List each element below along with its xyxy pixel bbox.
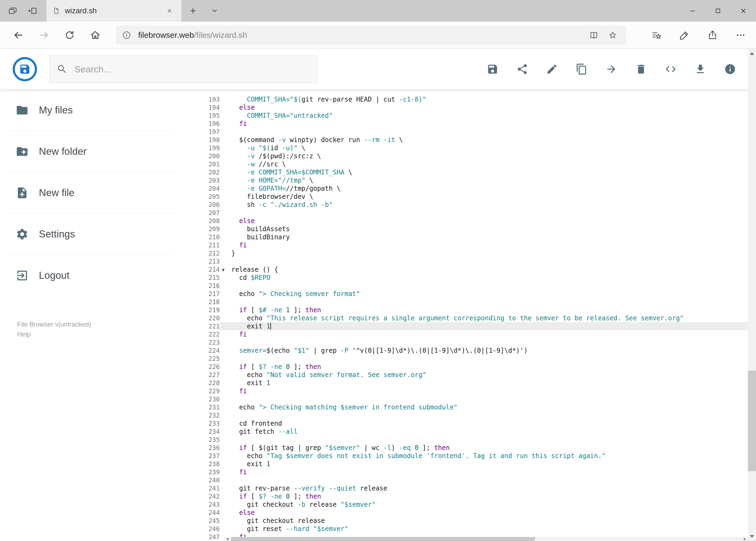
horizontal-scroll-thumb[interactable] xyxy=(231,537,535,541)
scroll-right-arrow[interactable] xyxy=(741,537,748,541)
share-page-button[interactable] xyxy=(698,24,727,46)
forward-button[interactable] xyxy=(31,24,57,46)
code-line[interactable]: 225 xyxy=(173,355,756,363)
code-line[interactable]: 203 -e HOME="//tmp" \ xyxy=(173,176,756,185)
code-line[interactable]: 230 xyxy=(173,395,756,403)
code-line[interactable]: 204 -e GOPATH=//tmp/gopath \ xyxy=(173,185,756,193)
copy-button[interactable] xyxy=(576,63,588,75)
editor-horizontal-scrollbar[interactable] xyxy=(224,537,748,541)
code-line[interactable]: 202 -e COMMIT_SHA=$COMMIT_SHA \ xyxy=(173,168,756,176)
home-button[interactable] xyxy=(82,24,108,46)
filebrowser-logo[interactable] xyxy=(12,57,37,82)
page-info-icon[interactable] xyxy=(122,31,131,40)
save-button[interactable] xyxy=(487,63,499,75)
hub-button[interactable] xyxy=(642,24,670,46)
browser-tab[interactable]: wizard.sh xyxy=(46,0,181,22)
code-line[interactable]: 221 exit 1 xyxy=(173,322,756,330)
code-line[interactable]: 195 COMMIT_SHA="untracked" xyxy=(173,112,756,120)
tab-preview-toggle[interactable] xyxy=(205,0,225,22)
maximize-button[interactable] xyxy=(705,0,731,22)
code-line[interactable]: 242 if [ $? -ne 0 ]; then xyxy=(173,492,756,500)
minimize-button[interactable] xyxy=(680,0,705,22)
code-line[interactable]: 222 fi xyxy=(173,330,756,338)
scroll-down-arrow[interactable] xyxy=(748,532,756,541)
back-button[interactable] xyxy=(5,24,31,46)
code-line[interactable]: 194 else xyxy=(173,104,756,112)
sidebar-item-new-file[interactable]: New file xyxy=(0,172,173,214)
code-line[interactable]: 198 $(command -v winpty) docker run --rm… xyxy=(173,136,756,144)
code-line[interactable]: 241 git rev-parse --verify --quiet relea… xyxy=(173,484,756,492)
code-line[interactable]: 245 git checkout release xyxy=(173,517,756,525)
code-line[interactable]: 219 if [ $# -ne 1 ]; then xyxy=(173,306,756,314)
code-line[interactable]: 237 echo "Tag $semver does not exist in … xyxy=(173,452,756,460)
code-line[interactable]: 209 buildAssets xyxy=(173,225,756,233)
code-line[interactable]: 201 -w //src \ xyxy=(173,160,756,168)
close-button[interactable] xyxy=(731,0,756,22)
code-line[interactable]: 217 echo "> Checking semver format" xyxy=(173,290,756,298)
annotate-button[interactable] xyxy=(670,24,698,46)
code-view-button[interactable] xyxy=(665,63,677,75)
code-line[interactable]: 214▾release () { xyxy=(173,266,756,273)
code-line[interactable]: 238 exit 1 xyxy=(173,460,756,468)
code-line[interactable]: 236 if [ $(git tag | grep "$semver" | wc… xyxy=(173,444,756,452)
code-line[interactable]: 216 xyxy=(173,282,756,290)
search-input[interactable] xyxy=(75,64,310,75)
fold-arrow-icon[interactable]: ▾ xyxy=(222,266,225,274)
code-line[interactable]: 235 xyxy=(173,436,756,444)
code-line[interactable]: 193 COMMIT_SHA="$(git rev-parse HEAD | c… xyxy=(173,95,756,104)
code-line[interactable]: 243 git checkout -b release "$semver" xyxy=(173,500,756,509)
code-line[interactable]: 231 echo "> Checking matching $semver in… xyxy=(173,403,756,411)
search-box[interactable] xyxy=(49,55,318,83)
code-line[interactable]: 229 fi xyxy=(173,387,756,395)
code-line[interactable]: 196 fi xyxy=(173,120,756,128)
download-button[interactable] xyxy=(694,63,706,75)
share-button[interactable] xyxy=(516,63,528,75)
move-button[interactable] xyxy=(606,63,617,75)
code-line[interactable]: 200 -v /$(pwd):/src:z \ xyxy=(173,152,756,160)
code-line[interactable]: 234 git fetch --all xyxy=(173,427,756,436)
code-line[interactable]: 218 xyxy=(173,298,756,306)
code-line[interactable]: 213 xyxy=(173,258,756,266)
code-editor[interactable]: 193 COMMIT_SHA="$(git rev-parse HEAD | c… xyxy=(173,89,756,541)
sidebar-item-logout[interactable]: Logout xyxy=(0,255,173,296)
address-bar[interactable]: filebrowser.web/files/wizard.sh xyxy=(116,26,626,45)
sidebar-item-settings[interactable]: Settings xyxy=(0,214,173,255)
code-line[interactable]: 246 git reset --hard "$semver" xyxy=(173,525,756,533)
code-line[interactable]: 210 buildBinary xyxy=(173,233,756,241)
code-line[interactable]: 211 fi xyxy=(173,241,756,249)
code-line[interactable]: 208 else xyxy=(173,217,756,225)
code-line[interactable]: 205 filebrowser/dev \ xyxy=(173,193,756,201)
info-button[interactable] xyxy=(724,63,736,75)
code-line[interactable]: 224 semver=$(echo "$1" | grep -P '^v(0|[… xyxy=(173,346,756,355)
sidebar-item-my-files[interactable]: My files xyxy=(0,89,173,131)
code-line[interactable]: 207 xyxy=(173,209,756,217)
code-line[interactable]: 223 xyxy=(173,338,756,346)
scroll-left-arrow[interactable] xyxy=(224,537,230,541)
sidebar-item-new-folder[interactable]: New folder xyxy=(0,131,173,172)
code-line[interactable]: 232 xyxy=(173,411,756,419)
page-vertical-scrollbar[interactable] xyxy=(748,49,756,541)
set-tabs-aside-button[interactable] xyxy=(23,0,43,22)
help-link[interactable]: Help xyxy=(17,329,173,339)
code-line[interactable]: 220 echo "This release script requires a… xyxy=(173,314,756,322)
code-line[interactable]: 212} xyxy=(173,249,756,258)
code-line[interactable]: 228 exit 1 xyxy=(173,379,756,387)
code-line[interactable]: 244 else xyxy=(173,509,756,517)
code-line[interactable]: 197 xyxy=(173,128,756,136)
code-line[interactable]: 226 if [ $? -ne 0 ]; then xyxy=(173,363,756,371)
scroll-up-arrow[interactable] xyxy=(748,49,756,58)
reading-view-button[interactable] xyxy=(586,28,601,43)
code-line[interactable]: 233 cd frontend xyxy=(173,419,756,427)
vertical-scroll-thumb[interactable] xyxy=(748,370,756,471)
code-line[interactable]: 227 echo "Not valid semver format. See s… xyxy=(173,371,756,379)
code-line[interactable]: 206 sh -c "./wizard.sh -b" xyxy=(173,201,756,209)
more-button[interactable] xyxy=(727,24,755,46)
edit-button[interactable] xyxy=(546,63,558,75)
tab-close-button[interactable] xyxy=(163,5,175,17)
code-line[interactable]: 215 cd $REPO xyxy=(173,273,756,282)
refresh-button[interactable] xyxy=(57,24,82,46)
code-line[interactable]: 240 xyxy=(173,476,756,484)
tab-previews-button[interactable] xyxy=(3,0,23,22)
delete-button[interactable] xyxy=(635,63,647,75)
favorite-star-button[interactable] xyxy=(605,28,620,43)
